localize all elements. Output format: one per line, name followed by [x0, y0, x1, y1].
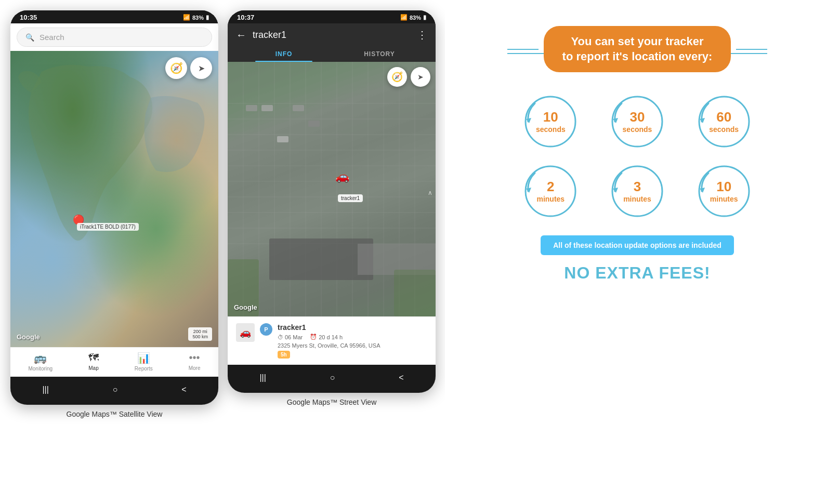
- recents-button-2[interactable]: |||: [249, 370, 276, 386]
- clock-icon: ⏱: [278, 334, 283, 340]
- phone2-status-bar: 10:37 📶 83% ▮: [228, 10, 436, 23]
- phone1-battery: 83%: [192, 15, 204, 21]
- interval-10sec: 10 seconds: [513, 93, 589, 150]
- interval-10min: 10 minutes: [686, 163, 762, 220]
- svg-marker-39: [526, 188, 531, 193]
- compass-button[interactable]: 🧭: [165, 57, 187, 79]
- phone2-signal-icon: 📶: [400, 14, 408, 21]
- compass-icon-2: 🧭: [391, 71, 403, 83]
- svg-rect-31: [293, 105, 304, 111]
- tracker-info-card: 🚗 P tracker1 ⏱ 06 Mar ⏰: [228, 316, 436, 365]
- tracker-card-name: tracker1: [278, 323, 427, 331]
- left-line: [507, 53, 544, 54]
- update-intervals-grid: 10 seconds 30 seconds: [513, 93, 762, 220]
- home-button[interactable]: ○: [102, 382, 128, 397]
- tracker-title: tracker1: [253, 30, 411, 41]
- back-button-3[interactable]: <: [388, 370, 414, 386]
- tracker-meta: ⏱ 06 Mar ⏰ 20 d 14 h: [278, 334, 427, 340]
- more-button-2[interactable]: ⋮: [417, 29, 427, 41]
- reports-icon: 📊: [137, 352, 150, 364]
- tracker-satellite-map[interactable]: 🧭 ➤ 🚗 tracker1 Google ∧: [228, 62, 436, 316]
- info-panel: You can set your tracker to report it's …: [445, 10, 830, 468]
- phone2-battery-icon: ▮: [423, 14, 426, 21]
- tab-history[interactable]: HISTORY: [332, 45, 427, 62]
- circle-number-30sec: 30: [623, 109, 652, 125]
- headline-box: You can set your tracker to report it's …: [544, 26, 731, 72]
- back-button-2[interactable]: ←: [236, 29, 246, 41]
- phone1-signal-icon: 📶: [183, 14, 190, 21]
- circle-number-3min: 3: [623, 179, 651, 195]
- headline-line1: You can set your tracker: [571, 35, 703, 48]
- no-fees-text: NO EXTRA FEES!: [564, 263, 710, 283]
- search-input-field[interactable]: 🔍 Search: [17, 28, 212, 47]
- svg-rect-26: [394, 270, 436, 316]
- circle-unit-10min: minutes: [710, 195, 738, 204]
- circle-unit-2min: minutes: [536, 195, 565, 204]
- svg-rect-30: [277, 136, 288, 142]
- scale-bar: 200 mi 500 km: [188, 327, 212, 341]
- phone2-time: 10:37: [237, 14, 254, 21]
- nav-reports[interactable]: 📊 Reports: [135, 352, 153, 372]
- circle-number-2min: 2: [536, 179, 565, 195]
- system-navigation-1: ||| ○ <: [10, 377, 218, 405]
- tab-info[interactable]: INFO: [236, 45, 332, 62]
- interval-60sec: 60 seconds: [686, 93, 762, 150]
- direction-button-2[interactable]: ➤: [411, 67, 430, 87]
- nav-reports-label: Reports: [135, 366, 153, 372]
- circle-unit-60sec: seconds: [709, 125, 739, 134]
- map-continent-overlay: [10, 51, 218, 347]
- direction-button[interactable]: ➤: [190, 57, 212, 79]
- timer-icon: ⏰: [310, 334, 317, 340]
- map-icon: 🗺: [88, 352, 99, 364]
- circle-unit-3min: minutes: [623, 195, 651, 204]
- phone2-mock: 10:37 📶 83% ▮ ← tracker1 ⋮ INFO: [228, 10, 436, 393]
- nav-monitoring-label: Monitoring: [28, 366, 52, 372]
- headline-line2: to report it's location every:: [562, 50, 713, 63]
- nav-more[interactable]: ••• More: [189, 352, 201, 372]
- recents-button[interactable]: |||: [32, 382, 59, 397]
- satellite-map[interactable]: 🧭 ➤ 🔴 iTrack1TE BOLD (0177) 200 mi 500 k…: [10, 51, 218, 347]
- compass-icon: 🧭: [170, 62, 183, 74]
- back-button[interactable]: <: [171, 382, 196, 397]
- svg-marker-43: [700, 188, 705, 193]
- circle-number-60sec: 60: [709, 109, 739, 125]
- svg-rect-29: [308, 121, 320, 127]
- caption-left: Google Maps™ Satellite View: [62, 410, 166, 418]
- parking-badge: P: [260, 323, 272, 336]
- tracker-address: 2325 Myers St, Oroville, CA 95966, USA: [278, 342, 427, 349]
- tracker-tabs: INFO HISTORY: [236, 45, 427, 62]
- circle-unit-10sec: seconds: [536, 125, 566, 134]
- search-bar-container: 🔍 Search: [10, 23, 218, 51]
- monitoring-icon: 🚌: [34, 352, 47, 364]
- google-watermark-2: Google: [234, 303, 257, 311]
- search-icon: 🔍: [25, 33, 34, 42]
- time-ago-badge: 5h: [278, 351, 290, 359]
- parking-lot-overlay: [228, 62, 436, 316]
- included-text: All of these location update options are…: [553, 241, 721, 249]
- right-line: [731, 53, 767, 54]
- tracker-pin-label: tracker1: [338, 194, 363, 202]
- parking-map-bg: [228, 62, 436, 316]
- scroll-hint: ∧: [428, 189, 432, 196]
- headline-container: You can set your tracker to report it's …: [507, 26, 767, 81]
- phone1-mock: 10:35 📶 83% ▮ 🔍 Search: [10, 10, 218, 405]
- svg-marker-33: [526, 118, 531, 123]
- circle-number-10min: 10: [710, 179, 738, 195]
- car-pin: 🚗: [335, 170, 349, 183]
- scale-line1: 200 mi: [192, 329, 208, 334]
- compass-button-2[interactable]: 🧭: [387, 67, 407, 87]
- map-pin-label: iTrack1TE BOLD (0177): [77, 223, 139, 231]
- nav-map[interactable]: 🗺 Map: [88, 352, 99, 372]
- headline-text: You can set your tracker to report it's …: [562, 34, 713, 64]
- google-watermark-1: Google: [17, 333, 40, 341]
- interval-30sec: 30 seconds: [599, 93, 676, 150]
- direction-icon-2: ➤: [417, 73, 424, 81]
- phone1-status-bar: 10:35 📶 83% ▮: [10, 10, 218, 23]
- map-background: [10, 51, 218, 347]
- included-box: All of these location update options are…: [541, 235, 734, 255]
- svg-rect-28: [261, 105, 273, 111]
- home-button-2[interactable]: ○: [320, 370, 346, 386]
- search-placeholder: Search: [40, 33, 64, 42]
- nav-monitoring[interactable]: 🚌 Monitoring: [28, 352, 52, 372]
- svg-marker-37: [700, 118, 705, 123]
